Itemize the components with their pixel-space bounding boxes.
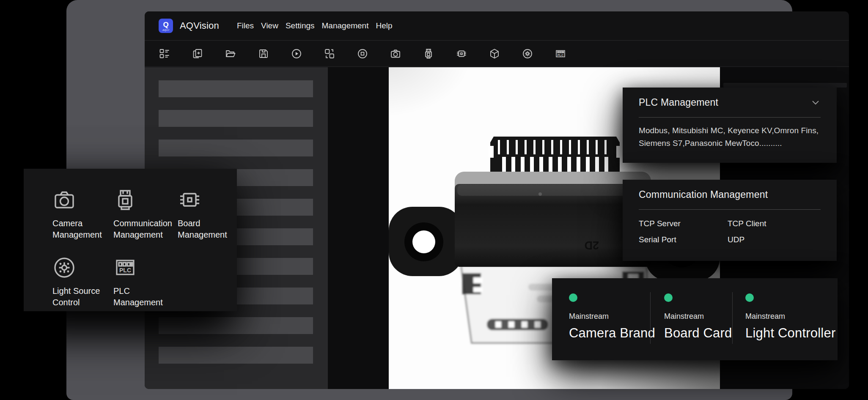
switch-icon[interactable]: [324, 48, 335, 59]
feature-label: Light Source Control: [52, 285, 108, 308]
feature-item-camera-management[interactable]: Camera Management: [52, 188, 113, 241]
connector-housing: 2D: [455, 172, 651, 267]
menu-items: Files View Settings Management Help: [237, 21, 393, 30]
comm-card-title: Communication Management: [639, 189, 768, 200]
plc-management-card: PLC Management Modbus, Mitsubishi MC, Ke…: [623, 88, 837, 163]
feature-item-plc-management[interactable]: PLC PLC Management: [113, 256, 178, 308]
feature-label: PLC Management: [113, 285, 169, 308]
mainstream-support-card: Mainstream Camera Brand Mainstream Board…: [552, 278, 838, 360]
divider: [639, 209, 821, 210]
camera-icon: [52, 188, 76, 212]
skeleton-row: [159, 347, 313, 364]
mainstream-status: Mainstream: [569, 312, 650, 321]
plc-icon[interactable]: PLC: [555, 48, 566, 59]
camera-icon[interactable]: [390, 48, 401, 59]
feature-label: Communication Management: [113, 218, 169, 241]
toolbar: PLC: [145, 41, 849, 67]
menu-view[interactable]: View: [261, 21, 278, 30]
plc-icon: PLC: [113, 256, 137, 279]
board-chip-icon[interactable]: [456, 48, 467, 59]
light-source-icon: [52, 256, 76, 279]
project-list-icon[interactable]: [159, 48, 170, 59]
feature-item-communication-management[interactable]: Communication Management: [113, 188, 178, 241]
svg-text:PLC: PLC: [558, 53, 564, 57]
comm-option-tcp-server[interactable]: TCP Server: [639, 219, 728, 228]
skeleton-row: [159, 140, 313, 156]
status-dot-green: [664, 293, 673, 302]
skeleton-row: [159, 317, 313, 334]
app-logo-subtext: AQ///: [162, 29, 169, 31]
cube-3d-icon[interactable]: [489, 48, 500, 59]
comm-option-udp[interactable]: UDP: [728, 235, 821, 244]
mainstream-board-card: Mainstream Board Card: [650, 278, 732, 360]
feature-menu-card: Camera Management Communication Manageme…: [24, 169, 237, 311]
new-file-icon[interactable]: [192, 48, 203, 59]
vertical-divider: [732, 292, 733, 344]
feature-label: Camera Management: [52, 218, 108, 241]
menu-files[interactable]: Files: [237, 21, 254, 30]
divider: [639, 117, 821, 118]
marketing-composition: Q AQ/// AQVision Files View Settings Man…: [0, 0, 868, 400]
feature-item-board-management[interactable]: Board Management: [178, 188, 240, 241]
chevron-down-icon[interactable]: [810, 97, 821, 107]
status-dot-green: [569, 293, 577, 302]
run-icon[interactable]: [291, 48, 302, 59]
svg-text:PLC: PLC: [119, 267, 131, 274]
menu-settings[interactable]: Settings: [286, 21, 315, 30]
plc-card-title: PLC Management: [639, 97, 718, 108]
communication-device-icon[interactable]: [423, 48, 434, 59]
skeleton-row-right: [723, 83, 847, 88]
app-logo-glyph: Q: [163, 21, 168, 28]
chip-icon: [178, 188, 201, 212]
vertical-divider: [650, 292, 651, 344]
connector-marking: 2D: [584, 239, 599, 252]
save-icon[interactable]: [258, 48, 269, 59]
comm-option-tcp-client[interactable]: TCP Client: [728, 219, 821, 228]
menu-management[interactable]: Management: [322, 21, 369, 30]
mainstream-title: Camera Brand: [569, 326, 650, 341]
feature-label: Board Management: [178, 218, 233, 241]
comm-option-serial-port[interactable]: Serial Port: [639, 235, 728, 244]
skeleton-row: [159, 110, 313, 127]
mainstream-title: Light Controller: [745, 326, 838, 341]
mainstream-light-controller: Mainstream Light Controller: [732, 278, 838, 360]
usb-device-icon: [113, 188, 137, 212]
feature-item-light-source-control[interactable]: Light Source Control: [52, 256, 113, 308]
menu-help[interactable]: Help: [376, 21, 392, 30]
plc-card-body: Modbus, Mitsubishi MC, Keyence KV,Omron …: [639, 124, 821, 150]
stop-icon[interactable]: [357, 48, 368, 59]
open-folder-icon[interactable]: [225, 48, 236, 59]
mainstream-title: Board Card: [664, 326, 732, 341]
mainstream-status: Mainstream: [745, 312, 838, 321]
mainstream-camera-brand: Mainstream Camera Brand: [552, 278, 650, 360]
skeleton-row: [159, 80, 313, 97]
light-source-icon[interactable]: [522, 48, 533, 59]
app-title: AQVision: [180, 20, 219, 31]
mainstream-status: Mainstream: [664, 312, 732, 321]
communication-management-card: Communication Management TCP Server TCP …: [623, 180, 837, 261]
app-logo: Q AQ///: [159, 19, 173, 33]
menu-bar: Q AQ/// AQVision Files View Settings Man…: [145, 11, 849, 41]
status-dot-green: [745, 293, 754, 302]
